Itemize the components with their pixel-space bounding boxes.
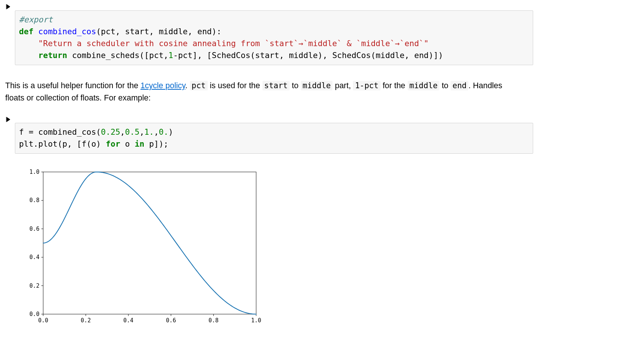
text: This is a useful helper function for the [5,81,140,90]
code-text [19,51,38,60]
code-text: f = combined_cos( [19,127,101,137]
code-keyword: in [135,139,144,149]
markdown-paragraph: This is a useful helper function for the… [5,80,533,105]
code-keyword: def [19,27,34,36]
run-cell-button-2[interactable] [3,115,15,122]
svg-text:0.8: 0.8 [29,197,39,204]
code-text: (pct, start, middle, end): [96,27,222,36]
code-text: -pct], [SchedCos(start, middle), SchedCo… [173,51,443,60]
code-cell-1: #export def combined_cos(pct, start, mid… [3,2,533,73]
code-keyword: for [106,139,120,149]
code-comment: #export [19,15,53,24]
svg-text:0.8: 0.8 [208,317,219,324]
notebook-page: #export def combined_cos(pct, start, mid… [0,0,536,332]
code-fn-name: combined_cos [34,27,96,36]
code-input-2[interactable]: f = combined_cos(0.25,0.5,1.,0.) plt.plo… [15,123,533,154]
inline-code: 1-pct [353,81,380,90]
text: . [185,81,190,90]
text: to [439,81,451,90]
svg-text:0.6: 0.6 [29,226,39,232]
code-keyword: return [38,51,67,60]
svg-text:0.2: 0.2 [29,282,39,289]
code-number: 0.5 [125,127,140,137]
inline-code: middle [408,81,440,90]
text: part, [332,81,353,90]
code-text: , [140,127,144,137]
run-cell-button-1[interactable] [3,2,15,10]
svg-text:0.2: 0.2 [81,317,91,324]
svg-text:1.0: 1.0 [29,169,39,175]
code-text: p]); [144,139,169,149]
svg-text:0.4: 0.4 [123,317,133,324]
run-icon [5,4,11,10]
code-text: ) [168,127,173,137]
code-text: , [154,127,159,137]
line-chart: 0.00.20.40.60.81.00.00.20.40.60.81.0 [16,168,262,328]
link-1cycle-policy[interactable]: 1cycle policy [140,81,185,90]
cell-output-chart: 0.00.20.40.60.81.00.00.20.40.60.81.0 [16,168,533,328]
svg-text:0.0: 0.0 [29,311,39,317]
code-number: 0. [159,127,168,137]
code-number: 0.25 [101,127,120,137]
code-cell-2: f = combined_cos(0.25,0.5,1.,0.) plt.plo… [3,115,533,162]
inline-code: middle [301,81,333,90]
text: is used for the [208,81,262,90]
code-number: 1 [168,51,173,60]
svg-text:0.6: 0.6 [166,317,176,324]
svg-text:0.0: 0.0 [38,317,48,324]
run-icon [5,116,11,122]
text: for the [381,81,408,90]
svg-text:1.0: 1.0 [251,317,261,324]
code-text: combine_scheds([pct, [67,51,168,60]
inline-code: pct [190,81,208,90]
inline-code: end [451,81,468,90]
code-text: , [120,127,125,137]
code-text: plt.plot(p, [f(o) [19,139,106,149]
svg-rect-0 [43,172,256,314]
svg-text:0.4: 0.4 [29,254,39,261]
text: to [290,81,301,90]
code-docstring: "Return a scheduler with cosine annealin… [38,39,429,48]
code-number: 1. [144,127,154,137]
code-text: o [120,139,135,149]
code-input-1[interactable]: #export def combined_cos(pct, start, mid… [15,10,533,65]
code-text [19,39,38,48]
inline-code: start [262,81,290,90]
